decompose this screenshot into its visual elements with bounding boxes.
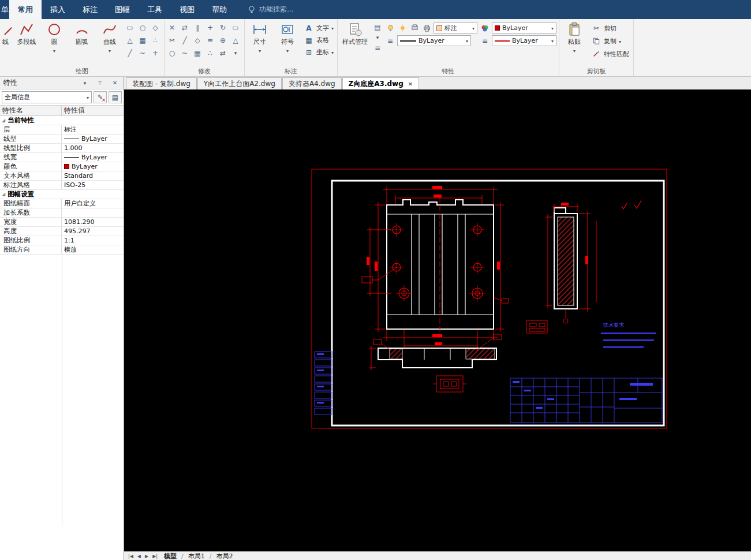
- trim-tool-icon[interactable]: [167, 35, 177, 46]
- draw-line-button[interactable]: 线: [2, 20, 12, 46]
- stretch-tool-icon[interactable]: [205, 35, 215, 46]
- tab-layout1[interactable]: 布局1: [184, 552, 209, 560]
- dropdown-caret[interactable]: [109, 47, 111, 54]
- hatch-tool-icon[interactable]: [137, 35, 148, 46]
- property-value[interactable]: 用户自定义: [62, 199, 124, 208]
- break-tool-icon[interactable]: [167, 48, 177, 58]
- polygon-tool-icon[interactable]: [150, 23, 160, 33]
- copy-button[interactable]: 复制: [589, 35, 631, 47]
- array-tool-icon[interactable]: [230, 23, 241, 33]
- dropdown-caret[interactable]: [573, 47, 576, 54]
- drawing-canvas[interactable]: 技术要求: [124, 89, 751, 551]
- page-setup-icon[interactable]: [372, 22, 383, 32]
- property-value[interactable]: [62, 208, 124, 217]
- dropdown-caret[interactable]: [259, 47, 261, 54]
- fillet-tool-icon[interactable]: [218, 35, 228, 46]
- color-wheel-icon[interactable]: [480, 23, 490, 33]
- tab-layout2[interactable]: 布局2: [212, 552, 237, 560]
- lineweight-list-icon[interactable]: [480, 36, 490, 46]
- cut-button[interactable]: 剪切: [589, 23, 631, 34]
- dropdown-caret[interactable]: [372, 32, 383, 43]
- sun-icon[interactable]: [397, 23, 408, 33]
- tab-model[interactable]: 模型: [160, 552, 181, 560]
- match-properties-button[interactable]: 特性匹配: [589, 48, 631, 59]
- dimension-style-combo[interactable]: 标注: [434, 23, 477, 33]
- menu-tab-home[interactable]: 常用: [9, 0, 42, 19]
- rotate-tool-icon[interactable]: [218, 23, 228, 33]
- coordinate-button[interactable]: 坐标: [302, 46, 335, 58]
- property-value[interactable]: 1.000: [62, 144, 124, 152]
- feature-search[interactable]: 功能搜索...: [248, 0, 293, 19]
- move-tool-icon[interactable]: [205, 23, 215, 33]
- property-value[interactable]: 1081.290: [62, 218, 124, 226]
- draw-arc-button[interactable]: 圆弧: [69, 20, 95, 46]
- scale-tool-icon[interactable]: [192, 35, 203, 46]
- doc-tab-gripper[interactable]: 夹持器A4.dwg: [282, 77, 342, 89]
- ray-tool-icon[interactable]: [125, 48, 135, 58]
- extend-tool-icon[interactable]: [180, 35, 190, 46]
- paste-button[interactable]: 粘贴: [562, 20, 587, 54]
- offset-tool-icon[interactable]: [192, 23, 203, 33]
- last-layout-button[interactable]: ▶|: [151, 552, 159, 560]
- property-value[interactable]: 1:1: [62, 236, 124, 245]
- dimension-button[interactable]: 尺寸: [247, 20, 272, 54]
- property-value[interactable]: ISO-25: [62, 181, 124, 189]
- property-value[interactable]: ByLayer: [62, 162, 124, 171]
- lengthen-tool-icon[interactable]: [218, 48, 228, 58]
- edit-attributes-button[interactable]: ✎✕: [94, 91, 107, 103]
- ellipse-tool-icon[interactable]: [137, 23, 148, 33]
- menu-item-partial[interactable]: 单: [0, 0, 9, 19]
- menu-tab-view[interactable]: 视图: [171, 0, 203, 19]
- close-tab-icon[interactable]: ✕: [408, 81, 413, 87]
- menu-tab-sheet[interactable]: 图幅: [106, 0, 139, 19]
- doc-tab-assembly[interactable]: 装配图 - 复制.dwg: [126, 77, 197, 89]
- mirror-tool-icon[interactable]: [180, 23, 190, 33]
- align-tool-icon[interactable]: [205, 48, 215, 58]
- text-button[interactable]: 文字: [302, 22, 335, 34]
- sync-attributes-button[interactable]: [109, 91, 122, 103]
- menu-tab-insert[interactable]: 插入: [42, 0, 74, 19]
- chamfer-tool-icon[interactable]: [230, 35, 241, 46]
- list-icon[interactable]: [372, 43, 383, 53]
- first-layout-button[interactable]: |◀: [126, 552, 135, 560]
- lineweight-combo[interactable]: ByLayer: [492, 35, 556, 46]
- draw-polyline-button[interactable]: 多段线: [14, 20, 39, 46]
- linetype-list-icon[interactable]: [385, 36, 395, 46]
- close-icon[interactable]: [110, 78, 120, 88]
- linetype-combo[interactable]: ByLayer: [397, 35, 471, 46]
- lightbulb-icon[interactable]: [385, 23, 395, 33]
- cad-drawing[interactable]: 技术要求: [124, 89, 751, 551]
- scope-combo[interactable]: 全局信息: [2, 91, 92, 103]
- menu-tab-annotate[interactable]: 标注: [74, 0, 106, 19]
- pin-icon[interactable]: [95, 78, 105, 88]
- symbol-button[interactable]: 符号: [275, 20, 300, 54]
- divide-tool-icon[interactable]: [150, 48, 160, 58]
- point-tool-icon[interactable]: [150, 35, 160, 46]
- property-value[interactable]: 495.297: [62, 227, 124, 236]
- menu-tab-help[interactable]: 帮助: [203, 0, 236, 19]
- property-value[interactable]: ByLayer: [62, 153, 124, 162]
- draw-spline-button[interactable]: 曲线: [97, 20, 122, 54]
- modify-more-caret[interactable]: [230, 48, 241, 58]
- join-tool-icon[interactable]: [180, 48, 190, 58]
- draw-circle-button[interactable]: 圆: [42, 20, 67, 54]
- property-value[interactable]: ByLayer: [62, 135, 124, 143]
- rectangle-tool-icon[interactable]: [125, 23, 135, 33]
- printer-icon[interactable]: [421, 23, 432, 33]
- dropdown-caret[interactable]: [53, 47, 55, 54]
- group-current-properties[interactable]: ◢ 当前特性: [0, 116, 124, 125]
- property-value[interactable]: 标注: [62, 125, 124, 134]
- table-button[interactable]: 表格: [302, 34, 335, 46]
- wipeout-tool-icon[interactable]: [125, 35, 135, 46]
- doc-tab-y-worktable[interactable]: Y向工作上台面A2.dwg: [197, 77, 282, 89]
- dropdown-caret[interactable]: [286, 47, 289, 54]
- panel-menu-caret-icon[interactable]: [80, 78, 90, 88]
- property-value[interactable]: 横放: [62, 245, 124, 254]
- layer-combo[interactable]: ByLayer: [492, 23, 556, 33]
- style-manager-button[interactable]: 样式管理: [340, 20, 370, 46]
- revcloud-tool-icon[interactable]: [137, 48, 148, 58]
- menu-tab-tools[interactable]: 工具: [139, 0, 171, 19]
- property-value[interactable]: Standard: [62, 171, 124, 180]
- plot-style-icon[interactable]: [409, 23, 420, 33]
- erase-tool-icon[interactable]: [167, 23, 177, 33]
